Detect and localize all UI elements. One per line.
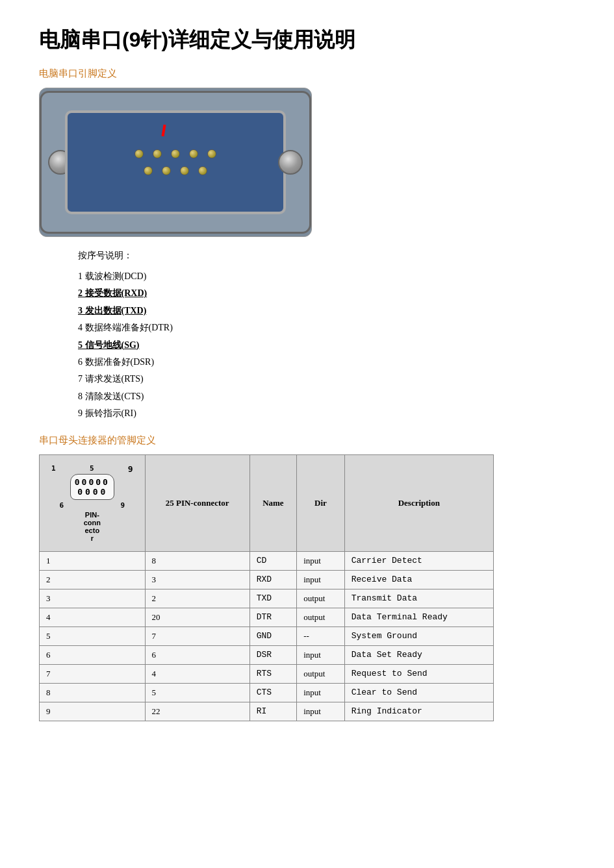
diagram-connector-label: PIN- [85,511,99,519]
page-title: 电脑串口(9针)详细定义与使用说明 [39,26,575,55]
table-row: 23RXDinputReceive Data [40,570,494,589]
cell-desc-9: Ring Indicator [344,702,493,721]
cell-dir-9: input [297,702,344,721]
cell-pin9-7: 7 [40,664,146,683]
cell-pin25-2: 3 [145,570,249,589]
cell-pin25-6: 6 [145,645,249,664]
diagram-pin-count: 9 [128,464,133,474]
table-row: 74RTSoutputRequest to Send [40,664,494,683]
pin-7 [162,166,171,175]
cell-pin25-8: 5 [145,683,249,702]
pin-item-9: 9 振铃指示(RI) [78,406,575,421]
table-row: 922RIinputRing Indicator [40,702,494,721]
pin-item-6: 6 数据准备好(DSR) [78,355,575,369]
cell-desc-5: System Ground [344,626,493,645]
diagram-connector-label3: ecto [84,527,99,534]
table-row: 66DSRinputData Set Ready [40,645,494,664]
diagram-connector-label4: r [91,534,94,542]
diagram-top-row: 00000 [75,477,110,487]
diagram-label-1: 1 [51,464,56,474]
pin-8 [180,166,189,175]
col-header-25pin: 25 PIN-connector [145,454,249,551]
diagram-label-9: 9 [120,501,125,510]
cell-name-3: TXD [249,589,297,608]
cell-pin9-9: 9 [40,702,146,721]
col-header-desc: Description [344,454,493,551]
seq-note: 按序号说明： [78,250,575,262]
cell-pin9-4: 4 [40,608,146,626]
cell-name-7: RTS [249,664,297,683]
diagram-connector-label2: conn [84,519,101,527]
pin-item-1: 1 载波检测(DCD) [78,269,575,284]
pin-6 [144,166,153,175]
cell-desc-3: Transmit Data [344,589,493,608]
table-row: 57GND--System Ground [40,626,494,645]
cell-dir-2: input [297,570,344,589]
cell-pin25-7: 4 [145,664,249,683]
table-row: 18CDinputCarrier Detect [40,551,494,570]
cell-pin9-3: 3 [40,589,146,608]
cell-desc-1: Carrier Detect [344,551,493,570]
section2-title: 串口母头连接器的管脚定义 [39,434,575,447]
connector-diagram: 1 5 9 00000 0000 6 9 PIN- conn ecto [46,459,138,547]
cell-pin25-4: 20 [145,608,249,626]
cell-dir-8: input [297,683,344,702]
cell-dir-5: -- [297,626,344,645]
cell-pin25-5: 7 [145,626,249,645]
cell-desc-2: Receive Data [344,570,493,589]
cell-pin9-5: 5 [40,626,146,645]
col-header-name: Name [249,454,297,551]
screw-right [278,150,303,175]
connector-image [39,88,312,237]
cell-name-8: CTS [249,683,297,702]
cell-desc-4: Data Terminal Ready [344,608,493,626]
cell-name-2: RXD [249,570,297,589]
cell-name-6: DSR [249,645,297,664]
cell-name-1: CD [249,551,297,570]
pin-item-5: 5 信号地线(SG) [78,338,575,353]
pin-1 [134,149,144,158]
pin-item-3: 3 发出数据(TXD) [78,304,575,318]
cell-name-4: DTR [249,608,297,626]
table-row: 32TXDoutputTransmit Data [40,589,494,608]
pin-table: 1 5 9 00000 0000 6 9 PIN- conn ecto [39,454,494,721]
cell-dir-6: input [297,645,344,664]
cell-pin9-2: 2 [40,570,146,589]
cell-pin9-8: 8 [40,683,146,702]
pin-item-7: 7 请求发送(RTS) [78,372,575,386]
pin-item-4: 4 数据终端准备好(DTR) [78,321,575,335]
diagram-label-6: 6 [60,501,64,510]
pin-list: 1 载波检测(DCD)2 接受数据(RXD)3 发出数据(TXD)4 数据终端准… [78,269,575,421]
table-row: 85CTSinputClear to Send [40,683,494,702]
pin-row-bottom [144,166,207,175]
cell-dir-7: output [297,664,344,683]
section1-title: 电脑串口引脚定义 [39,68,575,80]
cell-pin9-1: 1 [40,551,146,570]
diagram-bottom-row: 0000 [75,487,110,497]
cell-name-5: GND [249,626,297,645]
diagram-label-5: 5 [90,464,94,474]
pin-2 [153,149,162,158]
pin-4 [189,149,198,158]
cell-pin25-1: 8 [145,551,249,570]
red-mark [162,125,166,136]
pin-item-2: 2 接受数据(RXD) [78,286,575,301]
pin-9 [198,166,207,175]
cell-dir-4: output [297,608,344,626]
connector-body [65,110,286,214]
col-header-dir: Dir [297,454,344,551]
pin-3 [171,149,180,158]
cell-desc-7: Request to Send [344,664,493,683]
cell-pin25-9: 22 [145,702,249,721]
cell-dir-1: input [297,551,344,570]
pin-5 [207,149,216,158]
table-row: 420DTRoutputData Terminal Ready [40,608,494,626]
cell-desc-6: Data Set Ready [344,645,493,664]
col-header-9pin: 1 5 9 00000 0000 6 9 PIN- conn ecto [40,454,146,551]
pin-item-8: 8 清除发送(CTS) [78,390,575,404]
cell-pin9-6: 6 [40,645,146,664]
cell-desc-8: Clear to Send [344,683,493,702]
cell-dir-3: output [297,589,344,608]
cell-name-9: RI [249,702,297,721]
pin-row-top [134,149,216,158]
